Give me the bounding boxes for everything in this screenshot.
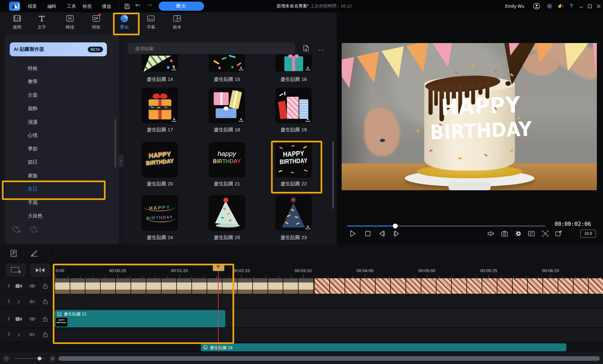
remove-tag-icon[interactable]	[30, 225, 39, 234]
sticker-thumb-20[interactable]: HAPPY BIRTHDAY	[142, 142, 178, 178]
playhead-line[interactable]	[218, 265, 219, 352]
playback-progress-bar[interactable]	[347, 226, 546, 226]
category-season[interactable]: 季節	[5, 142, 119, 155]
category-birthday[interactable]: 生日	[5, 182, 119, 195]
track2-visibility-eye-icon[interactable]	[28, 315, 36, 323]
video-camera-icon	[15, 315, 23, 323]
sticker-thumb-23[interactable]: HAPPY BIRTHDAY	[142, 195, 178, 231]
more-options-icon[interactable]: …	[317, 44, 326, 52]
tab-media[interactable]: 媒體	[6, 14, 28, 33]
tab-templates[interactable]: 範本	[166, 14, 188, 33]
ai-sticker-maker-button[interactable]: AI 貼圖製作器 BETA	[10, 42, 107, 56]
window-maximize-icon[interactable]	[586, 2, 594, 10]
collapse-panel-chevron[interactable]: ‹	[119, 155, 123, 167]
track1-visibility-eye-icon[interactable]	[28, 282, 36, 290]
track2-audio-lock-icon[interactable]	[41, 331, 49, 338]
timeline-clip-sticker22[interactable]: 慶生貼圖 22 HAPPY BIRTHDAY	[55, 310, 225, 327]
category-handwriting[interactable]: 手寫	[5, 196, 119, 209]
category-nature[interactable]: 大自然	[5, 209, 119, 222]
menu-edit[interactable]: 編輯	[45, 0, 58, 12]
menu-tools[interactable]: 工具	[65, 0, 78, 12]
snapshot-camera-icon[interactable]	[500, 229, 509, 238]
save-icon[interactable]	[123, 2, 131, 10]
snap-toggle-button[interactable]	[30, 264, 50, 277]
settings-gear-icon[interactable]	[546, 2, 553, 10]
category-interface[interactable]: 介面	[5, 88, 119, 102]
sticker-thumb-22[interactable]: HAPPY BIRTHDAY	[275, 142, 312, 178]
sticker-search-input[interactable]	[135, 42, 288, 55]
category-decoration[interactable]: 裝飾	[5, 102, 119, 115]
playhead-marker[interactable]	[213, 264, 224, 271]
stop-button[interactable]	[363, 229, 372, 238]
render-preview-icon[interactable]	[514, 229, 523, 238]
timeline-horizontal-scrollbar[interactable]	[58, 356, 600, 361]
razor-cut-icon[interactable]	[30, 249, 39, 258]
promotion-megaphone-icon[interactable]	[557, 2, 565, 10]
mute-speaker-icon[interactable]	[486, 229, 495, 238]
preview-zoom-icon[interactable]	[541, 229, 550, 238]
undo-icon[interactable]	[134, 2, 142, 10]
music-note-icon: ♪	[15, 331, 23, 338]
window-close-icon[interactable]	[595, 2, 602, 10]
window-minimize-icon[interactable]	[577, 2, 585, 10]
tab-transitions[interactable]: 轉場	[59, 14, 81, 33]
video-preview[interactable]: HAPPY BIRTHDAY	[342, 43, 597, 190]
tab-effects[interactable]: 特效	[85, 14, 107, 33]
track2-audio-speaker-icon[interactable]	[28, 331, 36, 338]
play-button[interactable]	[348, 229, 358, 238]
account-avatar-icon[interactable]	[533, 2, 540, 10]
track1-lock-icon[interactable]	[41, 282, 49, 290]
category-family[interactable]: 家族	[5, 169, 119, 182]
menu-view[interactable]: 檢視	[81, 0, 94, 12]
playback-quality-list-icon[interactable]	[527, 229, 536, 238]
category-festival[interactable]: 節日	[5, 155, 119, 169]
tab-text[interactable]: 文字	[31, 14, 52, 33]
sticker-thumb-24[interactable]	[209, 195, 245, 231]
add-clip-button[interactable]	[6, 264, 26, 277]
previous-frame-button[interactable]	[378, 229, 387, 238]
sticker-thumb-25[interactable]: ✳	[275, 195, 312, 231]
aspect-ratio-badge[interactable]: 16:9	[580, 230, 596, 237]
tab-subtitles[interactable]: 字幕	[140, 14, 162, 33]
category-education[interactable]: 教學	[5, 75, 119, 88]
sticker-thumb-17[interactable]	[142, 88, 178, 123]
video-track1-filmstrip[interactable]	[54, 278, 314, 294]
sticker-thumb-21[interactable]: happy BiRTHDAY	[209, 142, 245, 178]
timeline-clip-sticker28[interactable]: 慶生貼圖 28	[201, 343, 566, 351]
track1-audio-lock-icon[interactable]	[41, 298, 49, 305]
sticker-thumb-14[interactable]	[142, 54, 178, 72]
sticker-thumb-15[interactable]	[209, 54, 245, 72]
timeline-settings-icon[interactable]	[9, 249, 18, 258]
redo-icon[interactable]	[146, 2, 154, 10]
menu-play[interactable]: 播放	[100, 0, 113, 12]
menu-file[interactable]: 檔案	[26, 0, 39, 12]
sidebar-scrollbar[interactable]	[115, 119, 116, 168]
zoom-out-button[interactable]: −	[3, 355, 10, 362]
audio-track2-lane[interactable]	[54, 328, 603, 342]
audio-track1-lane[interactable]	[54, 294, 603, 308]
detach-preview-icon[interactable]	[554, 229, 563, 238]
track2-lock-icon[interactable]	[41, 315, 49, 323]
sticker-thumb-16[interactable]	[275, 54, 312, 72]
sticker-thumb-19[interactable]	[275, 88, 312, 123]
ruler-label: 00:05:00	[414, 268, 440, 273]
export-button[interactable]: 匯出	[159, 2, 204, 11]
help-icon[interactable]: ?	[567, 2, 575, 10]
next-frame-button[interactable]	[392, 229, 401, 238]
timeline-zoom-slider[interactable]	[14, 358, 45, 359]
video-track1-filmstrip-2[interactable]	[314, 278, 603, 294]
zoom-in-button[interactable]: +	[49, 355, 56, 362]
add-tag-icon[interactable]	[12, 225, 21, 234]
grid-scrollbar[interactable]	[332, 141, 334, 209]
zoom-slider-knob[interactable]	[38, 357, 41, 360]
category-effects[interactable]: 特效	[5, 61, 119, 75]
category-mood[interactable]: 心情	[5, 128, 119, 142]
clip-thumbnail: HAPPY BIRTHDAY	[56, 318, 67, 326]
track1-audio-speaker-icon[interactable]	[28, 298, 36, 305]
track2-video-number: 2	[6, 316, 11, 321]
sticker-thumb-18[interactable]	[209, 88, 245, 123]
category-romance[interactable]: 浪漫	[5, 115, 119, 128]
import-sticker-icon[interactable]	[302, 44, 310, 52]
tab-overlay[interactable]: 疊加	[114, 14, 135, 33]
progress-knob[interactable]	[393, 224, 398, 228]
